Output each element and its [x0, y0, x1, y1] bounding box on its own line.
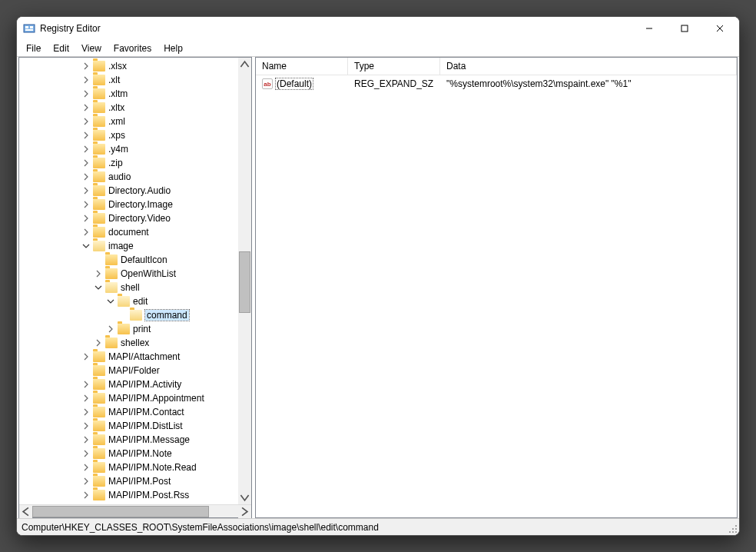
tree-item[interactable]: MAPI/IPM.Post.Rss: [19, 488, 251, 502]
list-header[interactable]: Name Type Data: [256, 58, 737, 75]
chevron-right-icon[interactable]: [81, 61, 91, 71]
chevron-right-icon[interactable]: [81, 421, 91, 431]
chevron-right-icon[interactable]: [81, 213, 91, 224]
chevron-right-icon[interactable]: [81, 88, 91, 99]
tree-view[interactable]: .xlsx.xlt.xltm.xltx.xml.xps.y4m.zipaudio…: [19, 58, 251, 504]
close-button[interactable]: [702, 17, 738, 40]
col-data[interactable]: Data: [440, 58, 737, 75]
chevron-right-icon[interactable]: [81, 434, 91, 445]
tree-item[interactable]: image: [19, 239, 251, 253]
expand-placeholder: [93, 254, 104, 265]
col-type[interactable]: Type: [348, 58, 440, 75]
tree-vertical-scrollbar[interactable]: [238, 58, 251, 504]
chevron-right-icon[interactable]: [81, 351, 91, 362]
tree-item[interactable]: .xml: [19, 115, 251, 128]
tree-item[interactable]: .zip: [19, 156, 251, 170]
tree-item[interactable]: MAPI/Attachment: [19, 350, 251, 364]
chevron-right-icon[interactable]: [81, 102, 91, 113]
tree-item[interactable]: Directory.Video: [19, 211, 251, 225]
chevron-right-icon[interactable]: [81, 199, 91, 210]
scroll-left-button[interactable]: [19, 505, 32, 518]
tree-item[interactable]: .xlsx: [19, 59, 251, 73]
tree-item[interactable]: Directory.Image: [19, 198, 251, 211]
tree-item[interactable]: shell: [19, 281, 251, 294]
value-name-cell: ab(Default): [256, 78, 348, 89]
maximize-button[interactable]: [667, 17, 702, 40]
window-title: Registry Editor: [40, 23, 632, 34]
chevron-right-icon[interactable]: [93, 338, 104, 348]
tree-item[interactable]: DefaultIcon: [19, 253, 251, 267]
tree-item-label: print: [133, 324, 151, 334]
tree-item[interactable]: MAPI/IPM.Message: [19, 433, 251, 447]
tree-item[interactable]: MAPI/IPM.Note: [19, 447, 251, 461]
chevron-down-icon[interactable]: [93, 282, 104, 293]
tree-item-label: image: [108, 241, 134, 251]
tree-item-label: MAPI/Folder: [108, 365, 160, 376]
col-name[interactable]: Name: [256, 58, 348, 75]
menu-view[interactable]: View: [75, 42, 108, 55]
tree-item[interactable]: OpenWithList: [19, 267, 251, 281]
chevron-right-icon[interactable]: [81, 462, 91, 473]
tree-item[interactable]: .xlt: [19, 73, 251, 87]
tree-item[interactable]: MAPI/IPM.DistList: [19, 419, 251, 433]
menu-help[interactable]: Help: [158, 42, 189, 55]
tree-item[interactable]: .xltx: [19, 101, 251, 115]
tree-item[interactable]: print: [19, 322, 251, 336]
list-view[interactable]: ab(Default)REG_EXPAND_SZ"%systemroot%\sy…: [256, 75, 737, 517]
folder-icon: [93, 393, 105, 404]
chevron-right-icon[interactable]: [81, 407, 91, 417]
tree-item[interactable]: .y4m: [19, 142, 251, 156]
chevron-right-icon[interactable]: [81, 379, 91, 390]
list-row[interactable]: ab(Default)REG_EXPAND_SZ"%systemroot%\sy…: [256, 77, 737, 91]
tree-item[interactable]: MAPI/IPM.Activity: [19, 377, 251, 391]
chevron-right-icon[interactable]: [105, 324, 116, 334]
hscroll-thumb[interactable]: [32, 506, 209, 517]
tree-item[interactable]: shellex: [19, 336, 251, 350]
tree-item[interactable]: command: [19, 308, 251, 322]
chevron-right-icon[interactable]: [81, 158, 91, 168]
scroll-right-button[interactable]: [238, 505, 251, 518]
resize-grip-icon[interactable]: [728, 524, 738, 534]
folder-icon: [105, 254, 118, 265]
chevron-right-icon[interactable]: [81, 490, 91, 500]
tree-item[interactable]: Directory.Audio: [19, 184, 251, 198]
tree-item-label: MAPI/IPM.Post: [108, 476, 171, 487]
chevron-down-icon[interactable]: [105, 296, 116, 307]
svg-point-11: [729, 531, 731, 533]
tree-item[interactable]: edit: [19, 294, 251, 308]
tree-item[interactable]: MAPI/IPM.Post: [19, 474, 251, 488]
menu-edit[interactable]: Edit: [47, 42, 75, 55]
svg-point-13: [735, 531, 737, 533]
chevron-right-icon[interactable]: [81, 476, 91, 487]
chevron-right-icon[interactable]: [81, 185, 91, 196]
tree-item[interactable]: MAPI/IPM.Appointment: [19, 391, 251, 405]
tree-item[interactable]: document: [19, 225, 251, 239]
tree-horizontal-scrollbar[interactable]: [19, 504, 251, 517]
tree-item[interactable]: audio: [19, 170, 251, 184]
folder-icon: [93, 462, 105, 473]
chevron-right-icon[interactable]: [81, 144, 91, 155]
tree-item[interactable]: .xltm: [19, 87, 251, 101]
tree-item[interactable]: MAPI/IPM.Contact: [19, 405, 251, 419]
tree-item[interactable]: MAPI/IPM.Note.Read: [19, 461, 251, 474]
chevron-right-icon[interactable]: [81, 116, 91, 127]
menu-favorites[interactable]: Favorites: [108, 42, 158, 55]
scroll-up-button[interactable]: [238, 58, 251, 71]
tree-item-label: edit: [133, 296, 148, 307]
minimize-button[interactable]: [632, 17, 667, 40]
chevron-right-icon[interactable]: [81, 130, 91, 141]
scroll-thumb[interactable]: [239, 251, 250, 313]
tree-item-label: DefaultIcon: [121, 254, 167, 265]
menu-file[interactable]: File: [20, 42, 47, 55]
chevron-right-icon[interactable]: [93, 268, 104, 279]
titlebar[interactable]: Registry Editor: [17, 17, 739, 40]
chevron-right-icon[interactable]: [81, 227, 91, 238]
chevron-right-icon[interactable]: [81, 393, 91, 404]
chevron-right-icon[interactable]: [81, 448, 91, 459]
chevron-right-icon[interactable]: [81, 171, 91, 182]
chevron-down-icon[interactable]: [81, 241, 91, 251]
tree-item[interactable]: .xps: [19, 128, 251, 142]
scroll-down-button[interactable]: [238, 491, 251, 504]
tree-item[interactable]: MAPI/Folder: [19, 364, 251, 377]
chevron-right-icon[interactable]: [81, 75, 91, 85]
